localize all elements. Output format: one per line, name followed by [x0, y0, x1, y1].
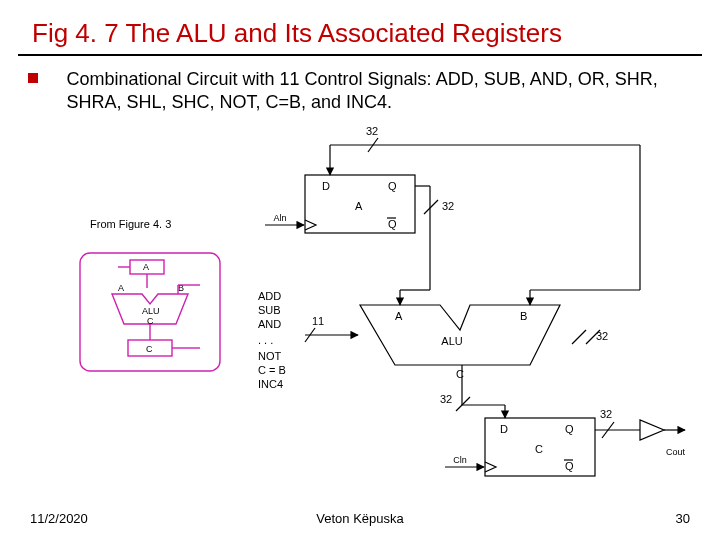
regA-name: A [355, 200, 363, 212]
sig-inc4: INC4 [258, 378, 283, 390]
sig-ceqb: C = B [258, 364, 286, 376]
ctrl-bus-width: 11 [312, 315, 324, 327]
bus-width-top: 32 [366, 125, 378, 137]
sig-and: AND [258, 318, 281, 330]
cout-label: Cout [666, 447, 686, 457]
sig-add: ADD [258, 290, 281, 302]
inset-caption: From Figure 4. 3 [90, 218, 171, 230]
alu-B: B [520, 310, 527, 322]
regC-Q: Q [565, 423, 574, 435]
inset-A: A [118, 283, 124, 293]
sig-not: NOT [258, 350, 282, 362]
inset-top: A [143, 262, 149, 272]
footer-author: Veton Këpuska [0, 511, 720, 526]
regC-clk-label: Cln [453, 455, 467, 465]
inset-alu: ALU [142, 306, 160, 316]
regA-D: D [322, 180, 330, 192]
regA-Qbar: Q [388, 218, 397, 230]
svg-line-10 [424, 200, 438, 214]
bus-width-c-left: 32 [440, 393, 452, 405]
regC-Qbar: Q [565, 460, 574, 472]
alu-name: ALU [441, 335, 462, 347]
sig-ellipsis: . . . [258, 334, 273, 346]
svg-marker-27 [640, 420, 664, 440]
bus-width-a-out: 32 [442, 200, 454, 212]
svg-line-21 [456, 397, 470, 411]
inset-cbot: C [146, 344, 153, 354]
regC-name: C [535, 443, 543, 455]
sig-sub: SUB [258, 304, 281, 316]
regA-Q: Q [388, 180, 397, 192]
alu-A: A [395, 310, 403, 322]
diagram-svg: 32 D Q A Q Aln 32 A B ALU C 11 ADD SUB A… [0, 0, 720, 540]
bus-width-c-right: 32 [600, 408, 612, 420]
alu-C: C [456, 368, 464, 380]
regA-clk-label: Aln [273, 213, 286, 223]
regC-D: D [500, 423, 508, 435]
footer-page-number: 30 [676, 511, 690, 526]
